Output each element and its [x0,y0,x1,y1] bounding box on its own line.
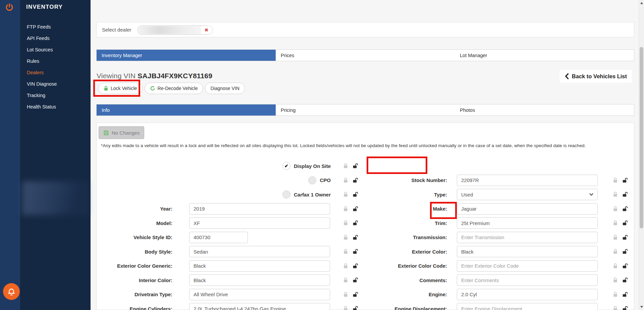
notifications-button[interactable] [3,283,20,300]
clear-dealer-button[interactable]: ✖ [200,26,213,34]
checkbox-circle[interactable] [308,176,316,184]
tab-prices[interactable]: Prices [276,50,455,61]
lock-closed-icon[interactable] [343,263,348,269]
lock-closed-icon[interactable] [343,163,348,169]
lock-open-icon[interactable] [622,263,628,269]
diagnose-vin-button[interactable]: Diagnose VIN [205,83,245,94]
lock-closed-icon[interactable] [343,191,348,197]
lock-closed-icon[interactable] [343,249,348,255]
input-engine[interactable] [457,289,598,300]
input-trim[interactable] [457,217,598,229]
scroll-up-arrow-icon[interactable] [640,2,643,4]
form-row: Engine Cylinders:Engine Displacement: [102,302,630,310]
lock-toggle-group [343,230,359,245]
lock-open-icon[interactable] [353,191,359,197]
checkbox-circle[interactable]: ✔ [282,162,290,170]
sidebar-item-tracking[interactable]: Tracking [20,90,91,101]
no-changes-label: No Changes [112,130,140,136]
tab-photos[interactable]: Photos [455,104,634,116]
input-engine-cylinders[interactable] [189,303,330,310]
lock-toggle-group [613,245,628,259]
sidebar-item-vin-diagnose[interactable]: VIN Diagnose [20,78,91,90]
power-icon[interactable] [5,3,14,12]
lock-closed-icon[interactable] [613,177,618,183]
lock-closed-icon[interactable] [343,234,348,240]
lock-closed-icon[interactable] [613,277,618,283]
input-stock-number[interactable] [457,175,598,186]
type-select[interactable]: Used [457,189,598,200]
input-exterior-color-generic[interactable] [189,260,330,272]
lock-open-icon[interactable] [353,220,359,226]
lock-open-icon[interactable] [353,163,359,169]
lock-open-icon[interactable] [353,177,359,183]
tab-info[interactable]: Info [97,104,276,116]
lock-closed-icon[interactable] [343,292,348,298]
lock-open-icon[interactable] [622,206,628,212]
input-vehicle-style-id[interactable] [189,232,248,243]
lock-closed-icon[interactable] [343,177,348,183]
lock-closed-icon[interactable] [613,306,618,310]
lock-open-icon[interactable] [622,292,628,298]
input-exterior-color[interactable] [457,246,598,257]
lock-open-icon[interactable] [622,191,628,197]
sidebar-item-ftp-feeds[interactable]: FTP Feeds [20,21,91,33]
lock-closed-icon[interactable] [343,277,348,283]
back-button-label: Back to Vehicles List [572,73,627,80]
lock-vehicle-button[interactable]: Lock Vehicle [98,83,143,94]
sidebar-item-health-status[interactable]: Health Status [20,101,91,113]
lock-closed-icon[interactable] [343,206,348,212]
sidebar: INVENTORY FTP FeedsAPI FeedsLot SourcesR… [20,0,91,310]
lock-open-icon[interactable] [622,234,628,240]
lock-open-icon[interactable] [353,263,359,269]
lock-open-icon[interactable] [622,249,628,255]
dealer-select-input[interactable]: ✖ [137,26,213,35]
tab-inventory-manager[interactable]: Inventory Manager [97,50,276,61]
scrollbar-thumb[interactable] [640,47,643,228]
input-interior-color[interactable] [189,274,330,286]
input-year[interactable] [189,203,330,215]
input-comments[interactable] [457,274,598,286]
form-row: Carfax 1 OwnerType:Used [102,187,630,202]
input-model[interactable] [189,217,330,229]
input-body-style[interactable] [189,246,330,257]
input-drivetrain-type[interactable] [189,289,330,300]
back-to-vehicles-button[interactable]: Back to Vehicles List [559,70,632,83]
sidebar-item-dealers[interactable]: Dealers [20,67,91,78]
checkbox-circle[interactable] [282,190,290,198]
lock-closed-icon[interactable] [613,234,618,240]
scroll-down-arrow-icon[interactable] [640,306,643,308]
sidebar-item-rules[interactable]: Rules [20,55,91,67]
input-make[interactable] [457,203,598,215]
lock-closed-icon[interactable] [343,306,348,310]
lock-open-icon[interactable] [353,277,359,283]
select-dealer-label: Select dealer [102,23,131,37]
input-transmission[interactable] [457,232,598,243]
form-rows: ✔Display On SiteCPOStock Number:Carfax 1… [102,159,630,310]
tab-pricing[interactable]: Pricing [276,104,455,116]
lock-open-icon[interactable] [622,220,628,226]
sidebar-item-lot-sources[interactable]: Lot Sources [20,44,91,55]
lock-open-icon[interactable] [622,306,628,310]
lock-open-icon[interactable] [353,306,359,310]
lock-closed-icon[interactable] [343,220,348,226]
lock-closed-icon[interactable] [613,292,618,298]
lock-open-icon[interactable] [353,206,359,212]
vertical-scrollbar[interactable] [639,0,644,310]
lock-closed-icon[interactable] [613,249,618,255]
lock-open-icon[interactable] [622,177,628,183]
lock-closed-icon[interactable] [613,220,618,226]
no-changes-button[interactable]: No Changes [99,126,144,139]
lock-open-icon[interactable] [622,277,628,283]
input-engine-displacement[interactable] [457,303,598,310]
sidebar-item-api-feeds[interactable]: API Feeds [20,33,91,44]
lock-open-icon[interactable] [353,234,359,240]
lock-open-icon[interactable] [353,292,359,298]
redecode-vehicle-button[interactable]: Re-Decode Vehicle [145,83,203,94]
tab-lot-manager[interactable]: Lot Manager [455,50,634,61]
lock-closed-icon[interactable] [613,191,618,197]
lock-toggle-group [613,302,628,310]
lock-closed-icon[interactable] [613,206,618,212]
lock-closed-icon[interactable] [613,263,618,269]
input-exterior-color-code[interactable] [457,260,598,272]
lock-open-icon[interactable] [353,249,359,255]
